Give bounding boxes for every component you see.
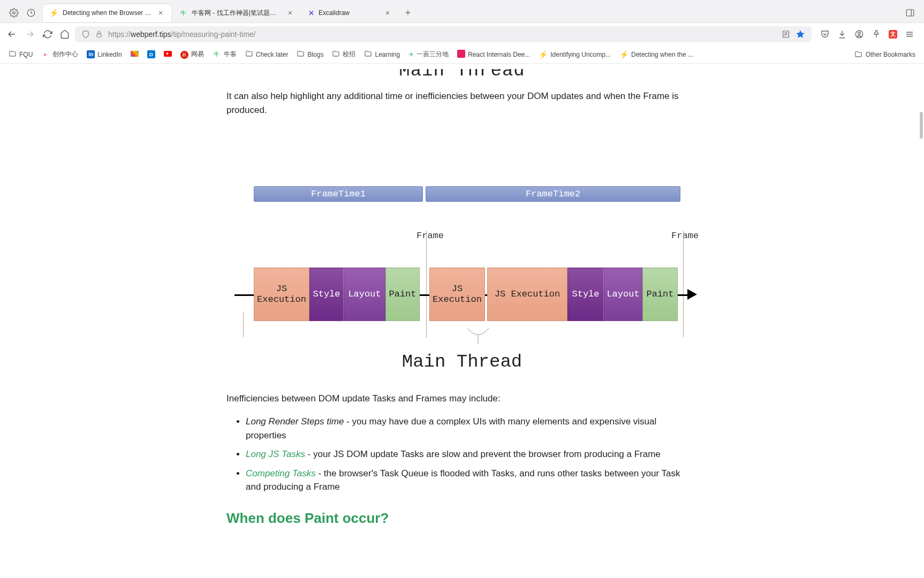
bookmark-label: 牛客	[224, 50, 237, 59]
reload-button[interactable]	[43, 29, 52, 39]
folder-icon	[245, 50, 253, 59]
timeline-block-paint: Paint	[642, 268, 678, 321]
folder-icon	[854, 50, 863, 59]
folder-icon	[364, 50, 372, 59]
tab-close-button[interactable]: ×	[286, 9, 294, 17]
bookmark-item[interactable]: 校招	[332, 50, 355, 59]
folder-icon	[9, 50, 17, 59]
svg-rect-2	[906, 10, 914, 16]
arrow-head-icon	[687, 289, 697, 300]
tab-bar: ⚡Detecting when the Browser Pai×牛牛客网 - 找…	[0, 0, 924, 22]
browser-tab[interactable]: 牛牛客网 - 找工作神器|笔试题库|面试×	[172, 4, 301, 22]
list-item: Long JS Tasks - your JS DOM update Tasks…	[246, 447, 698, 461]
scrollbar-thumb[interactable]	[920, 112, 923, 139]
bookmark-label: LinkedIn	[97, 51, 122, 58]
home-button[interactable]	[60, 29, 70, 39]
bookmark-label: Blogs	[307, 51, 323, 58]
extension-pin-icon[interactable]	[872, 29, 881, 39]
timeline-block-layout: Layout	[344, 268, 385, 321]
folder-icon	[332, 50, 340, 59]
timeline-block-js: JS Execution	[429, 268, 485, 321]
lock-icon[interactable]	[95, 31, 103, 38]
frame-time-2: FrameTime2	[426, 186, 680, 202]
bili-icon: ▸	[41, 50, 50, 59]
bookmark-label: FQU	[19, 51, 33, 58]
frame-time-1: FrameTime1	[254, 186, 423, 202]
list-item: Competing Tasks - the browser's Task Que…	[246, 467, 698, 494]
list-item: Long Render Steps time - you may have du…	[246, 415, 698, 442]
bullet-emphasis[interactable]: Competing Tasks	[246, 468, 316, 478]
bookmark-item[interactable]: Blogs	[297, 50, 323, 59]
forward-button[interactable]	[25, 29, 35, 40]
bookmark-star-icon[interactable]	[796, 29, 805, 39]
bookmark-label: Detecting when the ...	[631, 51, 693, 58]
tab-close-button[interactable]: ×	[383, 9, 392, 17]
url-text: https://webperf.tips/tip/measuring-paint…	[108, 30, 776, 39]
bookmark-label: Other Bookmarks	[866, 51, 915, 58]
bookmark-label: 一亩三分地	[416, 50, 449, 59]
tab-title: Excalidraw	[319, 9, 379, 17]
pocket-icon[interactable]	[820, 29, 830, 39]
bookmarks-bar: FQU▸创作中心inLinkedInO易网易牛牛客Check laterBlog…	[0, 45, 924, 64]
back-button[interactable]	[6, 29, 17, 40]
bookmark-item[interactable]: O	[147, 50, 155, 59]
timeline-block-js: JS Execution	[254, 268, 309, 321]
main-thread-diagram: FrameTime1 FrameTime2 Frame Frame JS Exe…	[229, 186, 695, 372]
wangyi-icon: 易	[180, 50, 188, 59]
downloads-icon[interactable]	[837, 29, 847, 39]
sidebar-toggle-icon[interactable]	[905, 7, 915, 18]
bookmark-item[interactable]: ⚡Identifying Uncomp...	[539, 50, 611, 59]
translate-icon[interactable]: 文	[889, 29, 897, 39]
bookmark-item[interactable]: React Internals Dee...	[457, 50, 530, 59]
bookmark-item[interactable]: inLinkedIn	[87, 50, 122, 58]
bookmark-item[interactable]: FQU	[9, 50, 33, 59]
address-bar[interactable]: https://webperf.tips/tip/measuring-paint…	[75, 26, 812, 42]
plane-icon: ✈	[408, 51, 414, 58]
menu-icon[interactable]	[905, 29, 914, 39]
bookmark-item[interactable]: Learning	[364, 50, 400, 59]
bookmark-item[interactable]: ⚡Detecting when the ...	[619, 50, 693, 59]
bookmark-item[interactable]: ▸创作中心	[41, 50, 78, 59]
bookmark-item[interactable]	[164, 51, 172, 58]
youtube-icon	[164, 51, 172, 58]
bullet-emphasis[interactable]: Long JS Tasks	[246, 449, 305, 459]
nk-bm-icon: 牛	[213, 50, 221, 59]
address-row: https://webperf.tips/tip/measuring-paint…	[0, 23, 924, 45]
bullet-emphasis: Long Render Steps time	[246, 416, 344, 427]
svg-point-9	[855, 31, 863, 38]
gmail-icon	[131, 51, 139, 58]
lightning-bm-icon: ⚡	[619, 50, 628, 59]
svg-point-10	[858, 32, 861, 35]
bookmark-item[interactable]: 牛牛客	[213, 50, 237, 59]
timeline-block-paint: Paint	[385, 268, 420, 321]
history-icon[interactable]	[26, 7, 36, 18]
shield-icon[interactable]	[81, 30, 90, 39]
excalidraw-icon: ✕	[308, 9, 314, 17]
timeline-block-style: Style	[309, 268, 344, 321]
account-icon[interactable]	[854, 29, 864, 39]
paragraph-inefficiencies: Inefficiencies between DOM update Tasks …	[226, 393, 698, 404]
paragraph-intro: It can also help highlight any additiona…	[226, 89, 698, 117]
bookmark-item[interactable]: ✈一亩三分地	[408, 50, 449, 59]
tab-title: 牛客网 - 找工作神器|笔试题库|面试	[192, 9, 282, 18]
nowcoder-icon: 牛	[179, 9, 187, 17]
linkedin-icon: in	[87, 50, 95, 58]
bookmark-item[interactable]	[131, 51, 139, 58]
browser-tab[interactable]: ✕Excalidraw×	[302, 4, 398, 22]
svg-rect-4	[97, 34, 101, 37]
timeline-block-layout: Layout	[604, 268, 642, 321]
frame-label-1: Frame	[416, 231, 444, 241]
extensions-icon[interactable]	[9, 7, 19, 18]
react-icon	[457, 50, 465, 59]
bookmark-item[interactable]: 易网易	[180, 50, 204, 59]
bookmark-item[interactable]: Check later	[245, 50, 289, 59]
new-tab-button[interactable]: +	[400, 5, 415, 20]
other-bookmarks[interactable]: Other Bookmarks	[854, 50, 915, 59]
tab-close-button[interactable]: ×	[156, 9, 165, 17]
bookmark-label: 创作中心	[52, 50, 78, 59]
reader-mode-icon[interactable]	[782, 30, 790, 39]
browser-tab[interactable]: ⚡Detecting when the Browser Pai×	[43, 4, 171, 22]
timeline-block-js: JS Execution	[487, 268, 567, 321]
bookmark-label: 网易	[191, 50, 204, 59]
bookmark-label: 校招	[343, 50, 355, 59]
